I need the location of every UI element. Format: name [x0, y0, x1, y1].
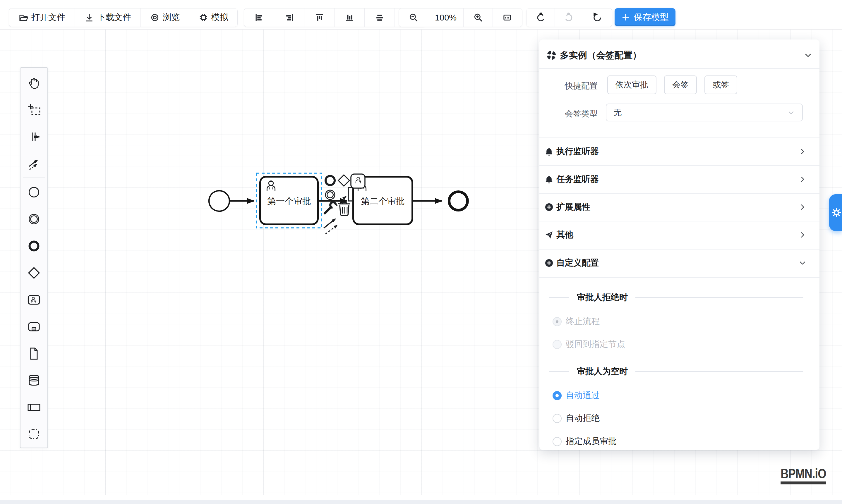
create-gateway-button[interactable]	[20, 259, 48, 286]
send-icon	[545, 231, 554, 239]
align-top-button[interactable]	[304, 8, 334, 26]
radio-auto-approve[interactable]: 自动通过	[552, 391, 600, 400]
radio-unchecked[interactable]	[552, 437, 562, 446]
radio-checked[interactable]	[552, 391, 562, 400]
download-file-label: 下载文件	[97, 12, 131, 23]
task1-label: 第一个审批	[267, 196, 311, 206]
radio-label: 自动拒绝	[566, 412, 600, 424]
section-extended-properties[interactable]: 扩展属性	[539, 193, 820, 221]
pad-append-intermediate-event-icon[interactable]	[326, 190, 335, 199]
hand-tool-button[interactable]	[20, 70, 48, 96]
pad-trash-icon[interactable]	[339, 202, 350, 216]
align-bottom-icon	[345, 13, 354, 22]
lasso-icon	[27, 103, 41, 117]
quick-config-label: 快捷配置	[558, 80, 598, 92]
undo-icon	[536, 13, 545, 22]
divider	[539, 277, 820, 278]
history-button-group	[526, 8, 612, 27]
create-subprocess-button[interactable]	[20, 313, 48, 340]
pad-wrench-icon[interactable]	[325, 202, 336, 213]
download-file-button[interactable]: 下载文件	[75, 8, 141, 26]
radio-unchecked[interactable]	[552, 414, 562, 423]
quick-option-countersign[interactable]: 会签	[664, 75, 697, 94]
start-event-shape[interactable]	[209, 191, 229, 211]
participant-icon	[27, 400, 41, 414]
empty-subheader: 审批人为空时	[549, 366, 803, 377]
divider	[635, 371, 803, 372]
multi-instance-header[interactable]: 多实例（会签配置）	[546, 47, 812, 64]
sign-type-select[interactable]: 无	[606, 104, 803, 121]
radio-terminate-process[interactable]: 终止流程	[552, 317, 600, 326]
panel-title: 多实例（会签配置）	[560, 49, 800, 61]
zoom-level[interactable]: 100%	[428, 8, 463, 26]
sign-type-label: 会签类型	[558, 108, 598, 119]
radio-return-to-node[interactable]: 驳回到指定节点	[552, 339, 625, 349]
task1-shape[interactable]: 第一个审批	[260, 177, 318, 224]
quick-option-sequential[interactable]: 依次审批	[607, 75, 656, 94]
preview-button[interactable]: 浏览	[141, 8, 189, 26]
redo-icon	[564, 13, 574, 22]
simulate-button[interactable]: 模拟	[189, 8, 238, 26]
chevron-right-icon	[799, 175, 807, 183]
create-user-task-button[interactable]	[20, 286, 48, 313]
pad-connect-icon[interactable]	[324, 219, 337, 234]
folder-icon	[18, 13, 29, 22]
bpmn-designer-app: 第二个审批 第一个审批	[0, 0, 842, 504]
palette-separator	[23, 178, 45, 178]
reset-button[interactable]	[583, 8, 611, 26]
zoom-out-button[interactable]	[399, 8, 428, 26]
plus-circle-icon	[545, 203, 554, 212]
quick-option-orsign[interactable]: 或签	[704, 75, 737, 94]
create-start-event-button[interactable]	[20, 179, 48, 205]
bpmn-io-logo[interactable]: BPMN.iO	[780, 467, 826, 484]
chevron-down-icon	[799, 259, 807, 267]
radio-assign-member[interactable]: 指定成员审批	[552, 436, 617, 446]
align-right-button[interactable]	[274, 8, 304, 26]
sign-type-value: 无	[613, 107, 787, 118]
section-task-listener[interactable]: 任务监听器	[539, 165, 820, 193]
settings-tab[interactable]	[829, 194, 842, 231]
space-tool-button[interactable]	[20, 123, 48, 150]
palette	[20, 67, 48, 448]
pad-append-end-event-icon[interactable]	[326, 176, 335, 185]
pad-append-gateway-icon[interactable]	[338, 175, 349, 186]
divider	[635, 297, 803, 298]
undo-button[interactable]	[527, 8, 555, 26]
align-right-icon	[284, 13, 294, 22]
lasso-tool-button[interactable]	[20, 96, 48, 123]
save-model-button[interactable]: 保存模型	[615, 8, 676, 26]
quick-config-buttons: 依次审批 会签 或签	[607, 75, 737, 94]
zoom-in-icon	[473, 13, 483, 22]
align-left-button[interactable]	[244, 8, 274, 26]
global-connect-tool-button[interactable]	[20, 150, 48, 177]
radio-label: 指定成员审批	[566, 435, 617, 447]
radio-selected-disabled[interactable]	[552, 317, 562, 326]
radio-disabled[interactable]	[552, 340, 562, 349]
double-circle-view-icon	[150, 13, 160, 22]
data-store-icon	[27, 373, 41, 387]
create-intermediate-event-button[interactable]	[20, 205, 48, 233]
bell-icon	[545, 175, 554, 184]
fit-viewport-icon	[502, 13, 512, 22]
create-end-event-button[interactable]	[20, 233, 48, 259]
section-custom-config[interactable]: 自定义配置	[539, 249, 820, 277]
create-group-button[interactable]	[20, 421, 48, 448]
open-file-button[interactable]: 打开文件	[9, 8, 75, 26]
redo-button[interactable]	[555, 8, 583, 26]
section-execution-listener[interactable]: 执行监听器	[539, 138, 820, 165]
top-toolbar: 打开文件 下载文件 浏览 模拟	[0, 0, 842, 30]
create-data-object-button[interactable]	[20, 340, 48, 367]
create-participant-button[interactable]	[20, 394, 48, 421]
radio-auto-reject[interactable]: 自动拒绝	[552, 413, 600, 423]
open-file-label: 打开文件	[31, 12, 65, 23]
align-top-icon	[315, 13, 324, 22]
fit-viewport-button[interactable]	[493, 8, 522, 26]
zoom-in-button[interactable]	[463, 8, 493, 26]
section-others[interactable]: 其他	[539, 221, 820, 249]
create-data-store-button[interactable]	[20, 367, 48, 394]
pad-append-task-icon[interactable]	[351, 174, 365, 188]
distribute-vertical-button[interactable]	[365, 8, 395, 26]
end-event-shape[interactable]	[449, 192, 468, 210]
save-model-label: 保存模型	[634, 12, 669, 23]
align-bottom-button[interactable]	[334, 8, 365, 26]
